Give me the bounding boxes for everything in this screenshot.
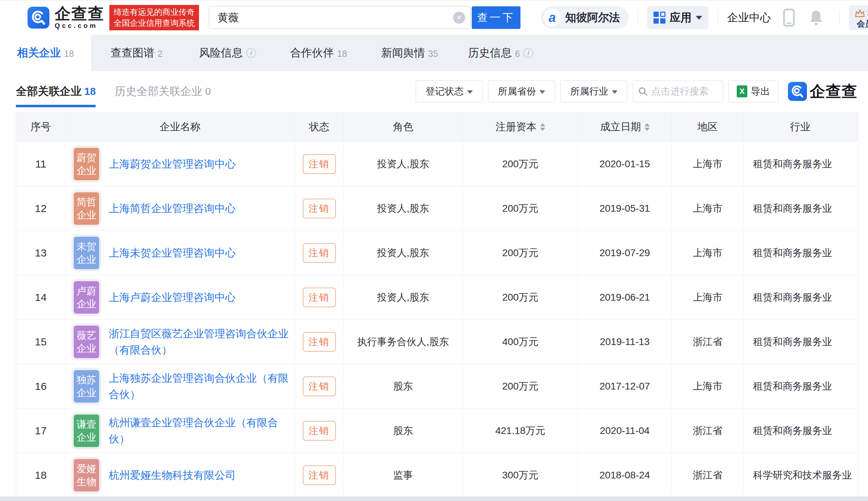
chevron-down-icon [540, 90, 545, 94]
company-badge: 简哲企业 [73, 191, 100, 226]
company-name-link[interactable]: 浙江自贸区薇艺企业管理咨询合伙企业（有限合伙） [109, 326, 292, 358]
company-name-link[interactable]: 上海独苏企业管理咨询合伙企业（有限合伙） [109, 370, 292, 403]
notification-bell-icon[interactable] [809, 9, 823, 26]
table-row: 12简哲企业上海简哲企业管理咨询中心注销投资人,股东200万元2019-05-3… [16, 186, 858, 230]
cell-date: 2020-01-15 [578, 141, 672, 186]
sub-tab-label: 历史全部关联企业 [115, 84, 202, 99]
chevron-down-icon [467, 90, 473, 94]
column-label: 注册资本 [496, 120, 537, 134]
filter-dropdown-0[interactable]: 登记状态 [416, 80, 483, 102]
search-input[interactable] [209, 6, 471, 29]
cell-index: 12 [16, 186, 66, 230]
cell-capital: 300万元 [463, 453, 578, 497]
tab-1[interactable]: 查查图谱2 [91, 35, 182, 71]
sub-tab-1[interactable]: 历史全部关联企业0 [115, 84, 211, 99]
table-row: 14卢蔚企业上海卢蔚企业管理咨询中心注销投资人,股东200万元2019-06-2… [16, 275, 858, 319]
sort-icon[interactable] [645, 123, 650, 131]
column-header: 行业 [744, 113, 857, 141]
tab-count: 35 [428, 49, 438, 59]
apps-label: 应用 [670, 10, 692, 25]
bottom-edge [0, 496, 868, 501]
cell-role: 投资人,股东 [344, 275, 463, 319]
tab-label: 相关企业 [17, 46, 61, 60]
cell-industry: 租赁和商务服务业 [744, 408, 857, 453]
qcc-logo-icon [788, 82, 807, 101]
column-header[interactable]: 成立日期 [578, 113, 672, 141]
cell-company: 爱娅生物杭州爱娅生物科技有限公司 [66, 453, 295, 497]
tab-5[interactable]: 历史信息6i [455, 35, 546, 71]
company-badge: 蔚贺企业 [73, 147, 100, 181]
chevron-down-icon [696, 16, 702, 20]
svip-member-button[interactable]: SVIP 会员服务 [849, 5, 868, 30]
cell-industry: 租赁和商务服务业 [744, 186, 857, 230]
main-tabs: 相关企业18查查图谱2风险信息i合作伙伴18新闻舆情35历史信息6i [0, 35, 868, 71]
column-header: 角色 [344, 113, 463, 141]
company-badge: 谦壹企业 [73, 414, 100, 448]
top-header: 企查查 Qcc.com 缔造有远见的商业传奇 全国企业信用查询系统 ✕ 查一下 … [0, 0, 868, 35]
company-name-link[interactable]: 上海简哲企业管理咨询中心 [109, 200, 236, 217]
dropdown-label: 所属行业 [570, 85, 608, 98]
slogan-line2: 全国企业信用查询系统 [114, 18, 195, 29]
column-label: 行业 [790, 120, 810, 134]
status-badge: 注销 [303, 199, 336, 218]
sort-icon[interactable] [540, 123, 545, 131]
status-badge: 注销 [303, 465, 336, 485]
company-name-link[interactable]: 上海卢蔚企业管理咨询中心 [109, 289, 236, 306]
crown-icon [855, 9, 865, 17]
table-search-input[interactable]: 点击进行搜索 [633, 80, 723, 102]
cell-region: 上海市 [672, 230, 744, 275]
company-name-link[interactable]: 杭州爱娅生物科技有限公司 [109, 467, 236, 483]
clear-search-icon[interactable]: ✕ [453, 12, 465, 24]
zhibi-alpha-button[interactable]: a 知彼阿尔法 [541, 6, 628, 29]
cell-role: 执行事务合伙人,股东 [344, 319, 463, 364]
table-row: 15薇艺企业浙江自贸区薇艺企业管理咨询合伙企业（有限合伙）注销执行事务合伙人,股… [16, 319, 858, 364]
company-name-link[interactable]: 上海蔚贺企业管理咨询中心 [109, 156, 236, 172]
tab-0[interactable]: 相关企业18 [0, 35, 91, 71]
cell-status: 注销 [295, 319, 344, 364]
column-header: 序号 [16, 113, 66, 141]
excel-icon: X [737, 85, 747, 97]
cell-date: 2019-07-29 [578, 230, 672, 275]
chevron-down-icon [612, 90, 617, 94]
export-button[interactable]: X 导出 [728, 80, 778, 102]
tab-4[interactable]: 新闻舆情35 [364, 35, 455, 71]
column-header[interactable]: 注册资本 [463, 113, 578, 141]
mobile-app-icon[interactable] [783, 8, 795, 27]
cell-index: 17 [16, 408, 66, 453]
company-name-link[interactable]: 杭州谦壹企业管理合伙企业（有限合伙） [109, 415, 292, 447]
tab-2[interactable]: 风险信息i [182, 35, 273, 71]
qcc-logo-glyph [31, 10, 46, 25]
cell-capital: 200万元 [463, 141, 578, 186]
company-badge: 独苏企业 [73, 369, 100, 404]
slogan-line1: 缔造有远见的商业传奇 [114, 7, 195, 18]
filter-dropdown-1[interactable]: 所属省份 [488, 80, 555, 102]
table-row: 16独苏企业上海独苏企业管理咨询合伙企业（有限合伙）注销股东200万元2017-… [16, 364, 858, 408]
brand-text[interactable]: 企查查 Qcc.com [55, 6, 104, 30]
cell-company: 谦壹企业杭州谦壹企业管理合伙企业（有限合伙） [66, 408, 295, 453]
enterprise-center-link[interactable]: 企业中心 [727, 10, 771, 25]
cell-industry: 租赁和商务服务业 [744, 230, 857, 275]
cell-status: 注销 [295, 186, 344, 230]
qcc-logo-icon[interactable] [28, 7, 49, 29]
column-label: 企业名称 [160, 120, 201, 134]
page: 企查查 Qcc.com 缔造有远见的商业传奇 全国企业信用查询系统 ✕ 查一下 … [0, 0, 868, 501]
cell-region: 浙江省 [672, 319, 744, 364]
sub-tab-count: 0 [205, 86, 211, 97]
table-row: 17谦壹企业杭州谦壹企业管理合伙企业（有限合伙）注销股东421.18万元2020… [16, 408, 858, 453]
company-name-link[interactable]: 上海未贺企业管理咨询中心 [109, 245, 236, 261]
tab-count: 18 [337, 49, 347, 59]
filter-dropdowns: 登记状态所属省份所属行业 [416, 80, 627, 102]
sub-tabs: 全部关联企业18历史全部关联企业0 [16, 84, 211, 99]
sub-tab-0[interactable]: 全部关联企业18 [16, 84, 96, 99]
tab-3[interactable]: 合作伙伴18 [273, 35, 364, 71]
cell-capital: 200万元 [463, 230, 578, 275]
export-label: 导出 [751, 85, 770, 98]
apps-menu-button[interactable]: 应用 [647, 6, 709, 29]
search-button[interactable]: 查一下 [472, 6, 520, 29]
cell-status: 注销 [295, 364, 344, 408]
filter-dropdown-2[interactable]: 所属行业 [560, 80, 627, 102]
column-label: 序号 [31, 120, 51, 134]
info-icon: i [246, 48, 256, 58]
svip-subtitle: 会员服务 [857, 19, 868, 28]
cell-date: 2019-06-21 [578, 275, 672, 319]
